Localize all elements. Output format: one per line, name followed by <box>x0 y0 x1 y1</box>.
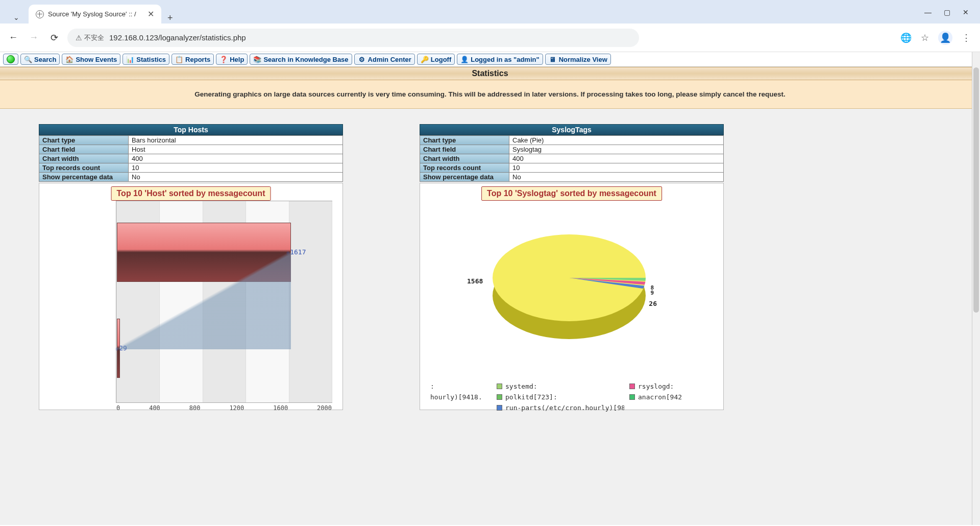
toolbar-btn-normalize-view[interactable]: 🖥Normalize View <box>545 54 611 65</box>
toolbar-btn-help[interactable]: ❓Help <box>216 54 248 65</box>
vertical-scrollbar[interactable] <box>972 52 980 525</box>
toolbar-icon: 📊 <box>126 55 134 63</box>
browser-tab-strip: ⌄ Source 'My Syslog Source' :: / ✕ + — ▢… <box>0 0 980 23</box>
new-tab-button[interactable]: + <box>161 13 179 23</box>
table-row: Chart width400 <box>39 154 343 163</box>
pie-value-main: 1568 <box>467 277 483 285</box>
table-row: Top records count10 <box>39 163 343 173</box>
page-title: Statistics <box>0 67 980 80</box>
back-button[interactable]: ← <box>6 31 20 45</box>
info-table: Chart typeBars horizontalChart fieldHost… <box>39 135 343 182</box>
bar-chart-box: Top 10 'Host' sorted by messagecount sup… <box>39 183 343 410</box>
toolbar-icon: 🔑 <box>421 55 429 63</box>
chart-title: Top 10 'Host' sorted by messagecount <box>111 186 271 201</box>
notice-banner: Generating graphics on large data source… <box>0 80 980 109</box>
app-viewport: 🔍Search🏠Show Events📊Statistics📋Reports❓H… <box>0 52 980 525</box>
toolbar-btn-show-events[interactable]: 🏠Show Events <box>62 54 120 65</box>
minimize-icon[interactable]: — <box>924 8 932 16</box>
close-icon[interactable]: ✕ <box>148 9 154 19</box>
toolbar-icon: ⚙ <box>358 55 366 63</box>
legend-item <box>430 404 492 412</box>
pie-value-small2: 8 <box>650 284 654 291</box>
pie-value-side: 26 <box>649 300 657 307</box>
browser-tab[interactable]: Source 'My Syslog Source' :: / ✕ <box>29 5 161 23</box>
pie-chart-box: Top 10 'Syslogtag' sorted by messagecoun… <box>420 183 724 410</box>
toolbar-btn-admin-center[interactable]: ⚙Admin Center <box>354 54 415 65</box>
legend-item: : <box>430 382 492 390</box>
app-toolbar: 🔍Search🏠Show Events📊Statistics📋Reports❓H… <box>0 52 980 67</box>
bar-connector-overlay <box>117 252 291 349</box>
toolbar-btn-status[interactable] <box>3 54 18 65</box>
warning-icon: ⚠ <box>76 34 82 42</box>
chart-title: Top 10 'Syslogtag' sorted by messagecoun… <box>481 186 662 201</box>
scrollbar-thumb[interactable] <box>973 67 979 313</box>
close-window-icon[interactable]: ✕ <box>963 8 969 16</box>
panel-title: SyslogTags <box>420 124 724 135</box>
toolbar-btn-logged-in-as-admin[interactable]: 👤Logged in as "admin" <box>457 54 543 65</box>
insecure-badge[interactable]: ⚠ 不安全 <box>76 33 104 42</box>
bar-chart: superman1241617superman12329040080012001… <box>116 201 332 403</box>
toolbar-icon: 🔍 <box>24 55 32 63</box>
table-row: Chart fieldHost <box>39 145 343 154</box>
toolbar-icon: 👤 <box>460 55 469 63</box>
legend-item: anacron[942 <box>629 393 742 401</box>
pie-legend: :systemd:rsyslogd:hourly)[9418.polkitd[7… <box>430 382 723 412</box>
toolbar-btn-reports[interactable]: 📋Reports <box>172 54 214 65</box>
legend-item: polkitd[723]: <box>497 393 624 401</box>
toolbar-icon: ❓ <box>219 55 228 63</box>
menu-icon[interactable]: ⋮ <box>962 32 971 43</box>
translate-icon[interactable]: 🌐 <box>900 32 912 43</box>
window-controls: — ▢ ✕ <box>924 5 976 23</box>
legend-item: rsyslogd: <box>629 382 742 390</box>
table-row: Chart typeCake (Pie) <box>420 136 724 145</box>
tab-title: Source 'My Syslog Source' :: / <box>48 10 136 18</box>
toolbar-icon <box>7 55 15 63</box>
table-row: Chart fieldSyslogtag <box>420 145 724 154</box>
table-row: Show percentage dataNo <box>39 173 343 182</box>
panel-top-hosts: Top Hosts Chart typeBars horizontalChart… <box>39 124 343 410</box>
legend-item <box>629 404 742 412</box>
legend-item: hourly)[9418. <box>430 393 492 401</box>
profile-avatar[interactable]: 👤 <box>938 31 952 45</box>
url-input[interactable]: ⚠ 不安全 192.168.0.123/loganalyzer/statisti… <box>67 29 639 47</box>
toolbar-icon: 📋 <box>175 55 183 63</box>
bookmark-icon[interactable]: ☆ <box>921 32 929 43</box>
toolbar-btn-logoff[interactable]: 🔑Logoff <box>417 54 455 65</box>
globe-icon <box>36 10 44 18</box>
toolbar-btn-search[interactable]: 🔍Search <box>20 54 60 65</box>
maximize-icon[interactable]: ▢ <box>944 8 950 16</box>
legend-item: systemd: <box>497 382 624 390</box>
reload-button[interactable]: ⟳ <box>47 31 61 45</box>
table-row: Chart width400 <box>420 154 724 163</box>
toolbar-btn-search-in-knowledge-base[interactable]: 📚Search in Knowledge Base <box>250 54 352 65</box>
tab-menu-caret[interactable]: ⌄ <box>8 11 24 23</box>
table-row: Top records count10 <box>420 163 724 173</box>
url-text: 192.168.0.123/loganalyzer/statistics.php <box>109 33 246 42</box>
panel-syslogtags: SyslogTags Chart typeCake (Pie)Chart fie… <box>420 124 724 410</box>
panel-title: Top Hosts <box>39 124 343 135</box>
toolbar-icon: 🏠 <box>65 55 74 63</box>
toolbar-icon: 🖥 <box>549 55 557 63</box>
toolbar-icon: 📚 <box>253 55 261 63</box>
legend-item: run-parts(/etc/cron.hourly)[9854]: <box>497 404 624 412</box>
table-row: Chart typeBars horizontal <box>39 136 343 145</box>
info-table: Chart typeCake (Pie)Chart fieldSyslogtag… <box>420 135 724 182</box>
forward-button[interactable]: → <box>27 31 41 45</box>
table-row: Show percentage dataNo <box>420 173 724 182</box>
toolbar-btn-statistics[interactable]: 📊Statistics <box>122 54 169 65</box>
address-bar: ← → ⟳ ⚠ 不安全 192.168.0.123/loganalyzer/st… <box>0 23 980 52</box>
pie-chart: 1568 26 9 8 <box>493 234 651 337</box>
